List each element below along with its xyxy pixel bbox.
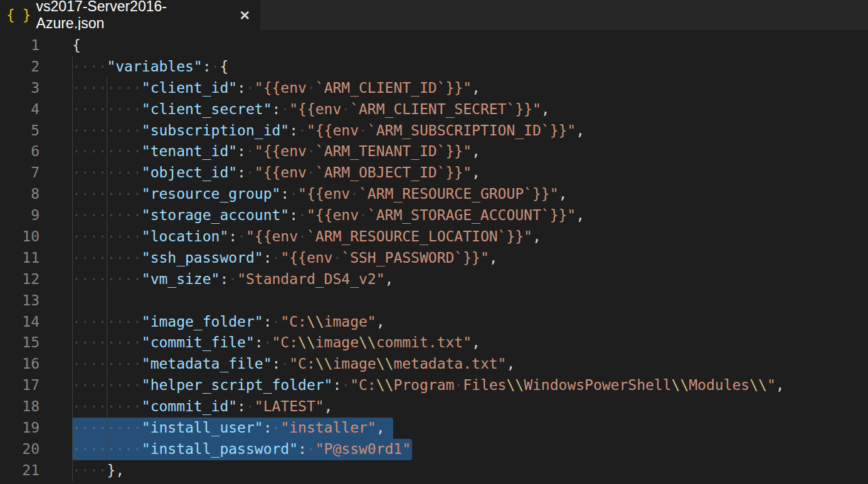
code-text: ········"subscription_id":·"{{env·`ARM_S… (72, 122, 585, 139)
code-text: ········"install_user":·"installer", (72, 419, 385, 436)
code-text: ········"ssh_password":·"{{env·`SSH_PASS… (72, 250, 498, 266)
line-number[interactable]: 12 (0, 269, 40, 290)
code-text: ····}, (72, 462, 124, 478)
line-content[interactable]: ········"vm_size":·"Standard_DS4_v2", (72, 269, 868, 290)
line-number[interactable]: 17 (0, 375, 40, 396)
code-line[interactable]: 19········"install_user":·"installer", (0, 418, 868, 439)
line-content[interactable]: ········"resource_group":·"{{env·`ARM_RE… (72, 184, 868, 205)
code-editor[interactable]: 1{2····"variables":·{3········"client_id… (0, 30, 868, 484)
line-number[interactable]: 19 (0, 418, 40, 439)
code-text: ········"tenant_id":·"{{env·`ARM_TENANT_… (72, 143, 480, 159)
code-line[interactable]: 15········"commit_file":·"C:\\image\\com… (0, 332, 868, 354)
line-content[interactable]: { (72, 35, 868, 56)
line-content[interactable]: ········"client_secret":·"{{env·`ARM_CLI… (72, 99, 868, 120)
code-text: ········"location":·"{{env·`ARM_RESOURCE… (72, 228, 541, 245)
code-text: ····"variables":·{ (72, 58, 228, 75)
indent-guide (107, 290, 107, 312)
code-line[interactable]: 6········"tenant_id":·"{{env·`ARM_TENANT… (0, 141, 868, 162)
code-line[interactable]: 17········"helper_script_folder":·"C:\\P… (0, 375, 868, 396)
line-number[interactable]: 15 (0, 332, 40, 354)
line-number[interactable]: 6 (0, 141, 40, 162)
code-text: ········"vm_size":·"Standard_DS4_v2", (72, 271, 393, 287)
code-text: ········"client_secret":·"{{env·`ARM_CLI… (72, 101, 550, 117)
line-number[interactable]: 9 (0, 205, 40, 226)
line-content[interactable]: ········"location":·"{{env·`ARM_RESOURCE… (72, 226, 868, 248)
code-line[interactable]: 1{ (0, 35, 868, 56)
line-content[interactable]: ········"object_id":·"{{env·`ARM_OBJECT_… (72, 162, 868, 184)
code-text: ········"client_id":·"{{env·`ARM_CLIENT_… (72, 80, 480, 96)
code-line[interactable]: 11········"ssh_password":·"{{env·`SSH_PA… (0, 248, 868, 269)
code-line[interactable]: 10········"location":·"{{env·`ARM_RESOUR… (0, 226, 868, 248)
line-number[interactable]: 7 (0, 162, 40, 184)
tab-json-file[interactable]: { } vs2017-Server2016-Azure.json ✕ (0, 0, 260, 30)
line-number[interactable]: 5 (0, 120, 40, 142)
code-line[interactable]: 14········"image_folder":·"C:\\image", (0, 312, 868, 333)
line-number[interactable]: 11 (0, 248, 40, 269)
line-number[interactable]: 21 (0, 460, 40, 481)
line-number[interactable]: 4 (0, 99, 40, 120)
code-lines: 1{2····"variables":·{3········"client_id… (0, 35, 868, 481)
tab-bar: { } vs2017-Server2016-Azure.json ✕ (0, 0, 868, 30)
code-text: ········"resource_group":·"{{env·`ARM_RE… (72, 186, 567, 202)
line-content[interactable]: ········"install_password":·"P@ssw0rd1" (72, 439, 868, 460)
code-text: ········"storage_account":·"{{env·`ARM_S… (72, 207, 585, 223)
code-line[interactable]: 7········"object_id":·"{{env·`ARM_OBJECT… (0, 162, 868, 184)
line-content[interactable] (72, 290, 868, 312)
line-content[interactable]: ····}, (72, 460, 868, 481)
line-content[interactable]: ········"image_folder":·"C:\\image", (72, 312, 868, 333)
line-number[interactable]: 3 (0, 78, 40, 99)
line-number[interactable]: 13 (0, 290, 40, 312)
code-line[interactable]: 8········"resource_group":·"{{env·`ARM_R… (0, 184, 868, 205)
code-line[interactable]: 9········"storage_account":·"{{env·`ARM_… (0, 205, 868, 226)
code-text: ········"install_password":·"P@ssw0rd1" (72, 441, 411, 457)
line-content[interactable]: ········"subscription_id":·"{{env·`ARM_S… (72, 120, 868, 142)
line-number[interactable]: 18 (0, 396, 40, 418)
line-content[interactable]: ········"tenant_id":·"{{env·`ARM_TENANT_… (72, 141, 868, 162)
line-content[interactable]: ········"storage_account":·"{{env·`ARM_S… (72, 205, 868, 226)
line-number[interactable]: 14 (0, 312, 40, 333)
line-number[interactable]: 2 (0, 56, 40, 78)
code-text: { (72, 37, 81, 53)
line-number[interactable]: 8 (0, 184, 40, 205)
code-text: ········"commit_file":·"C:\\image\\commi… (72, 334, 480, 350)
code-line[interactable]: 13 (0, 290, 868, 312)
code-text: ········"image_folder":·"C:\\image", (72, 313, 385, 330)
line-content[interactable]: ········"commit_id":·"LATEST", (72, 396, 868, 418)
line-content[interactable]: ········"helper_script_folder":·"C:\\Pro… (72, 375, 868, 396)
code-line[interactable]: 21····}, (0, 460, 868, 481)
tab-title: vs2017-Server2016-Azure.json (36, 0, 234, 32)
indent-guide (72, 290, 73, 312)
line-number[interactable]: 10 (0, 226, 40, 248)
line-content[interactable]: ········"install_user":·"installer", (72, 418, 868, 439)
code-text: ········"object_id":·"{{env·`ARM_OBJECT_… (72, 164, 480, 181)
code-line[interactable]: 3········"client_id":·"{{env·`ARM_CLIENT… (0, 78, 868, 99)
line-number[interactable]: 20 (0, 439, 40, 460)
line-content[interactable]: ········"metadata_file":·"C:\\image\\met… (72, 354, 868, 375)
line-content[interactable]: ········"ssh_password":·"{{env·`SSH_PASS… (72, 248, 868, 269)
code-text: ········"commit_id":·"LATEST", (72, 398, 332, 414)
code-line[interactable]: 2····"variables":·{ (0, 56, 868, 78)
code-line[interactable]: 20········"install_password":·"P@ssw0rd1… (0, 439, 868, 460)
line-number[interactable]: 16 (0, 354, 40, 375)
line-content[interactable]: ····"variables":·{ (72, 56, 868, 78)
code-line[interactable]: 16········"metadata_file":·"C:\\image\\m… (0, 354, 868, 375)
code-text: ········"helper_script_folder":·"C:\\Pro… (72, 377, 785, 393)
code-line[interactable]: 18········"commit_id":·"LATEST", (0, 396, 868, 418)
code-text: ········"metadata_file":·"C:\\image\\met… (72, 355, 515, 372)
line-content[interactable]: ········"commit_file":·"C:\\image\\commi… (72, 332, 868, 354)
code-line[interactable]: 12········"vm_size":·"Standard_DS4_v2", (0, 269, 868, 290)
close-icon[interactable]: ✕ (239, 9, 250, 22)
code-line[interactable]: 5········"subscription_id":·"{{env·`ARM_… (0, 120, 868, 142)
line-number[interactable]: 1 (0, 35, 40, 56)
json-braces-icon: { } (6, 7, 31, 23)
code-line[interactable]: 4········"client_secret":·"{{env·`ARM_CL… (0, 99, 868, 120)
line-content[interactable]: ········"client_id":·"{{env·`ARM_CLIENT_… (72, 78, 868, 99)
